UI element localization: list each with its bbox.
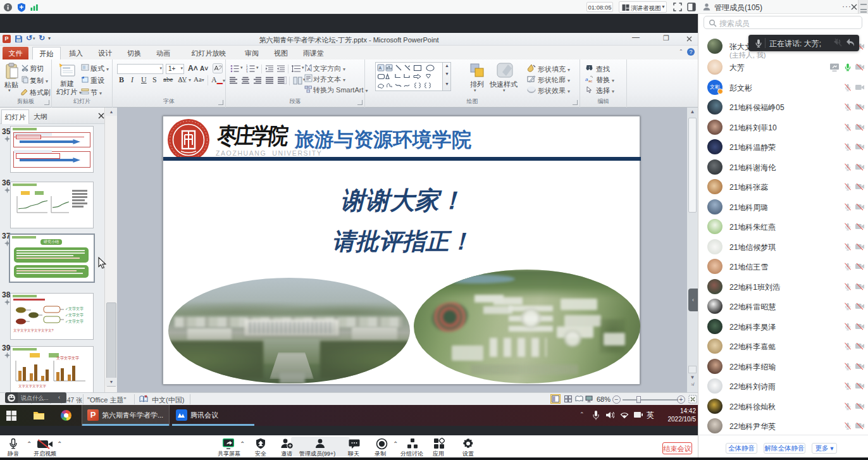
svg-text:文字文字文字文字文字文?: 文字文字文字文字文字文? — [13, 328, 54, 332]
svg-text:ac: ac — [588, 79, 592, 83]
svg-text:文字文字文字文字: 文字文字文字文字 — [18, 384, 47, 388]
svg-text:✓文字文字: ✓文字文字 — [65, 319, 84, 323]
svg-text:✓文字文字: ✓文字文字 — [65, 306, 84, 311]
svg-text:3: 3 — [246, 71, 248, 73]
svg-text:A: A — [307, 66, 311, 72]
svg-text:✓文字文字: ✓文字文字 — [65, 313, 84, 317]
svg-text:A: A — [379, 66, 382, 70]
svg-text:文字文字文字: 文字文字文字 — [56, 356, 79, 360]
